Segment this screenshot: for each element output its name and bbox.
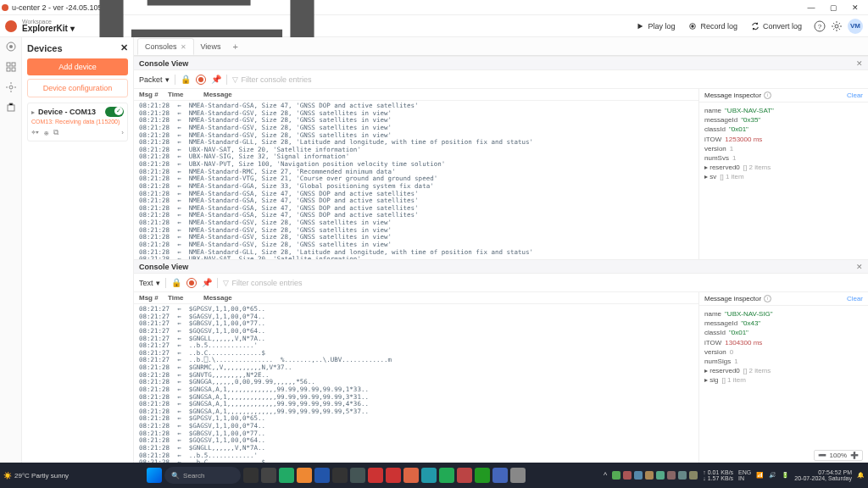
filter-input[interactable]: Filter console entries (242, 75, 312, 84)
add-device-button[interactable]: Add device (27, 58, 128, 75)
info-icon[interactable]: i (764, 295, 771, 302)
taskbar-app-icon[interactable] (332, 468, 348, 483)
start-button[interactable] (147, 468, 162, 483)
taskbar-app-icon[interactable] (279, 468, 294, 483)
chevron-right-icon[interactable]: › (121, 129, 124, 136)
record-log-button[interactable]: Record log (688, 22, 737, 30)
mode-select[interactable]: Text ▾ (139, 279, 160, 287)
device-cube-icon[interactable]: ⎈ (44, 129, 48, 137)
record-icon[interactable] (186, 278, 197, 288)
tray-icon[interactable] (623, 471, 632, 480)
taskbar-app-icon[interactable] (457, 468, 472, 483)
rail-devices-icon[interactable] (5, 41, 17, 53)
taskbar-app-icon[interactable] (403, 468, 419, 483)
language-indicator[interactable]: ENG IN (738, 469, 751, 481)
taskbar-app-icon[interactable] (492, 468, 508, 483)
info-icon[interactable]: i (764, 92, 771, 99)
close-icon[interactable]: ✕ (181, 43, 186, 51)
rail-tools-icon[interactable] (5, 102, 17, 114)
taskbar-app-icon[interactable] (421, 468, 437, 483)
settings-icon[interactable] (831, 20, 843, 32)
taskbar-search[interactable]: 🔍 Search (164, 467, 241, 484)
col-message: Message (203, 91, 693, 98)
record-icon[interactable] (196, 75, 206, 85)
maximize-button[interactable]: ▢ (822, 3, 844, 12)
tab-consoles[interactable]: Consoles✕ (137, 38, 194, 55)
svg-rect-10 (12, 68, 15, 71)
left-rail (0, 37, 22, 463)
log-list-packet[interactable]: 08:21:28 ⇐ NMEA-Standard-GSA, Size 47, '… (134, 101, 698, 259)
taskbar-app-icon[interactable] (386, 468, 401, 483)
taskbar-app-icon[interactable] (297, 468, 312, 483)
taskbar-app-icon[interactable] (261, 468, 276, 483)
taskbar-clock[interactable]: 07:54:52 PM20-07-2024, Saturday (794, 469, 852, 481)
devices-title: Devices (27, 43, 63, 53)
task-view-icon[interactable] (243, 468, 259, 483)
battery-icon[interactable]: 🔋 (782, 472, 789, 479)
windows-taskbar: ☀️ 29°C Partly sunny 🔍 Search ^ (0, 463, 868, 488)
svg-rect-12 (8, 105, 14, 111)
notification-icon[interactable]: 🔔 (857, 472, 865, 479)
rail-settings-icon[interactable] (5, 81, 17, 93)
play-log-button[interactable]: Play log (636, 22, 675, 30)
tray-chevron-icon[interactable]: ^ (604, 471, 607, 480)
tray-icon[interactable] (689, 471, 698, 480)
clear-button[interactable]: Clear (847, 92, 863, 99)
tray-icon[interactable] (634, 471, 643, 480)
lock-icon[interactable]: 🔒 (171, 278, 181, 288)
device-item[interactable]: ▸ Device - COM13 COM13: Receiving data (… (27, 103, 128, 141)
workspace-name: ExplorerKit ▾ (22, 25, 75, 33)
tray-icon[interactable] (678, 471, 687, 480)
devices-close-icon[interactable]: ✕ (120, 42, 128, 53)
zoom-indicator[interactable]: ➖ 100% ➕ (814, 450, 863, 461)
user-avatar[interactable]: VM (848, 19, 863, 34)
expand-icon[interactable]: ▸ (31, 108, 35, 116)
network-monitor[interactable]: ↑ 0.01 KB/s↓ 1.57 KB/s (703, 469, 733, 481)
system-tray[interactable] (612, 471, 698, 480)
convert-log-button[interactable]: Convert log (751, 22, 802, 30)
device-copy-icon[interactable]: ⧉ (53, 128, 58, 137)
play-icon (636, 22, 644, 30)
taskbar-app-icon[interactable] (368, 468, 383, 483)
tray-icon[interactable] (612, 471, 620, 480)
filter-icon[interactable]: ▽ (223, 279, 229, 287)
volume-icon[interactable]: 🔊 (769, 472, 776, 479)
log-list-text[interactable]: 08:21:27 ⇐ $GPGSV,1,1,00,0*65.. 08:21:27… (134, 304, 698, 463)
device-name: Device - COM13 (38, 108, 102, 116)
filter-input[interactable]: Filter console entries (232, 279, 303, 287)
workspace-selector[interactable]: Workspace ExplorerKit ▾ (22, 19, 75, 33)
col-msg: Msg # (139, 91, 168, 98)
device-config-button[interactable]: Device configuration (27, 79, 128, 97)
taskbar-app-icon[interactable] (475, 468, 490, 483)
app-logo (5, 20, 17, 32)
panel-close-icon[interactable]: ✕ (856, 263, 863, 271)
lock-icon[interactable]: 🔒 (181, 75, 191, 85)
taskbar-app-icon[interactable] (439, 468, 454, 483)
taskbar-app-icon[interactable] (350, 468, 365, 483)
panel-close-icon[interactable]: ✕ (856, 59, 863, 68)
taskbar-app-icon[interactable] (314, 468, 330, 483)
device-status: COM13: Receiving data (115200) (31, 119, 124, 125)
tray-icon[interactable] (645, 471, 654, 480)
add-tab-button[interactable]: + (227, 42, 242, 52)
clear-button[interactable]: Clear (847, 295, 863, 302)
device-target-icon[interactable]: ⌖▾ (31, 128, 39, 137)
close-button[interactable]: ✕ (844, 3, 866, 12)
pin-icon[interactable]: 📌 (211, 75, 221, 85)
mode-select[interactable]: Packet ▾ (139, 75, 170, 84)
pin-icon[interactable]: 📌 (202, 278, 212, 288)
col-time: Time (168, 294, 203, 302)
taskbar-app-icon[interactable] (510, 468, 526, 483)
tray-icon[interactable] (656, 471, 665, 480)
taskbar-weather[interactable]: ☀️ 29°C Partly sunny (3, 472, 69, 480)
tab-views[interactable]: Views (194, 39, 228, 54)
console-panel-packet: Console View✕ Packet ▾ 🔒 📌 ▽Filter conso… (134, 56, 868, 259)
help-icon[interactable]: ? (814, 20, 826, 32)
content-tabs: Consoles✕ Views + (134, 37, 868, 56)
rail-apps-icon[interactable] (5, 61, 17, 73)
filter-icon[interactable]: ▽ (232, 75, 238, 84)
minimize-button[interactable]: — (800, 3, 822, 12)
tray-icon[interactable] (667, 471, 676, 480)
device-toggle[interactable] (105, 107, 124, 117)
wifi-icon[interactable]: 📶 (756, 472, 764, 479)
